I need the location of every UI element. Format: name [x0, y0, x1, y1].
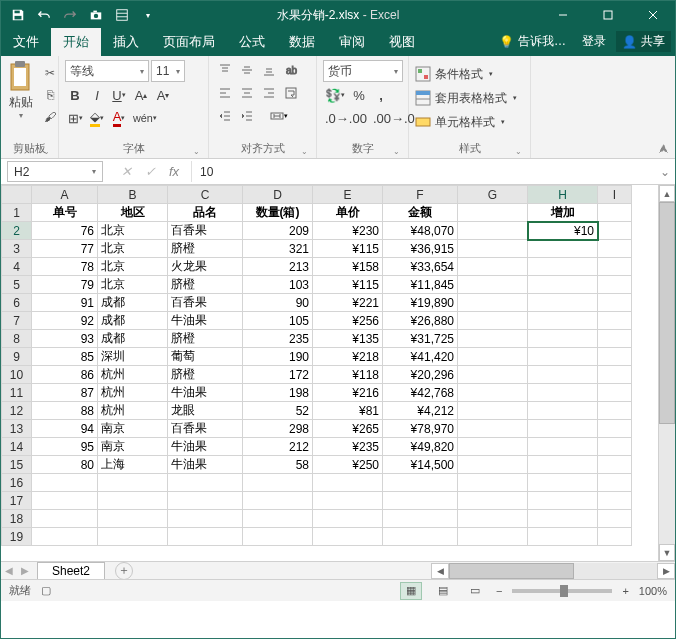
cell[interactable]: 88: [32, 402, 98, 420]
cell[interactable]: [458, 492, 528, 510]
cell[interactable]: 94: [32, 420, 98, 438]
page-break-view-icon[interactable]: ▭: [464, 582, 486, 600]
cell[interactable]: [458, 420, 528, 438]
cell[interactable]: 葡萄: [168, 348, 243, 366]
expand-formula-icon[interactable]: ⌄: [655, 165, 675, 179]
cell[interactable]: [168, 510, 243, 528]
conditional-format-button[interactable]: 条件格式▾: [415, 64, 493, 84]
normal-view-icon[interactable]: ▦: [400, 582, 422, 600]
row-header[interactable]: 13: [2, 420, 32, 438]
cell[interactable]: 北京: [98, 222, 168, 240]
bold-button[interactable]: B: [65, 85, 85, 105]
fx-icon[interactable]: fx: [163, 162, 185, 182]
cell[interactable]: [528, 294, 598, 312]
cell[interactable]: [168, 474, 243, 492]
cell[interactable]: 百香果: [168, 222, 243, 240]
cell[interactable]: 91: [32, 294, 98, 312]
cell[interactable]: 成都: [98, 330, 168, 348]
cell[interactable]: [243, 528, 313, 546]
cell[interactable]: [528, 492, 598, 510]
cell[interactable]: [98, 474, 168, 492]
ribbon-tab-5[interactable]: 数据: [277, 28, 327, 56]
save-icon[interactable]: [7, 4, 29, 26]
cell[interactable]: 86: [32, 366, 98, 384]
macro-record-icon[interactable]: ▢: [41, 584, 51, 597]
cell[interactable]: [598, 474, 632, 492]
col-header[interactable]: I: [598, 186, 632, 204]
cancel-formula-icon[interactable]: ✕: [115, 162, 137, 182]
cell[interactable]: 数量(箱): [243, 204, 313, 222]
cell[interactable]: 深圳: [98, 348, 168, 366]
enter-formula-icon[interactable]: ✓: [139, 162, 161, 182]
cell[interactable]: [98, 492, 168, 510]
cell[interactable]: ¥19,890: [383, 294, 458, 312]
cell[interactable]: 杭州: [98, 366, 168, 384]
grid[interactable]: ABCDEFGHI1单号地区品名数量(箱)单价金额增加276北京百香果209¥2…: [1, 185, 632, 546]
cell[interactable]: 杭州: [98, 384, 168, 402]
row-header[interactable]: 4: [2, 258, 32, 276]
percent-icon[interactable]: %: [349, 85, 369, 105]
cell[interactable]: 172: [243, 366, 313, 384]
row-header[interactable]: 11: [2, 384, 32, 402]
scroll-down-icon[interactable]: ▼: [659, 544, 675, 561]
cell[interactable]: 79: [32, 276, 98, 294]
cell[interactable]: 脐橙: [168, 330, 243, 348]
maximize-button[interactable]: [585, 1, 630, 29]
redo-icon[interactable]: [59, 4, 81, 26]
cell-styles-button[interactable]: 单元格样式▾: [415, 112, 505, 132]
zoom-out-icon[interactable]: −: [496, 585, 502, 597]
cell[interactable]: ¥135: [313, 330, 383, 348]
cell[interactable]: 牛油果: [168, 456, 243, 474]
underline-button[interactable]: U▾: [109, 85, 129, 105]
align-middle-icon[interactable]: [237, 60, 257, 80]
cell[interactable]: [383, 492, 458, 510]
cell[interactable]: [528, 510, 598, 528]
cell[interactable]: [98, 528, 168, 546]
cell[interactable]: 北京: [98, 276, 168, 294]
row-header[interactable]: 5: [2, 276, 32, 294]
cell[interactable]: ¥265: [313, 420, 383, 438]
cell[interactable]: 235: [243, 330, 313, 348]
cell[interactable]: 90: [243, 294, 313, 312]
cell[interactable]: [458, 438, 528, 456]
col-header[interactable]: C: [168, 186, 243, 204]
cell[interactable]: 321: [243, 240, 313, 258]
cell[interactable]: [598, 528, 632, 546]
cell[interactable]: 77: [32, 240, 98, 258]
add-sheet-button[interactable]: ＋: [115, 562, 133, 580]
cell[interactable]: ¥256: [313, 312, 383, 330]
horizontal-scrollbar[interactable]: ◀ ▶: [431, 561, 675, 579]
cell[interactable]: 金额: [383, 204, 458, 222]
paste-button[interactable]: 粘贴 ▾: [7, 60, 35, 120]
cell[interactable]: [598, 276, 632, 294]
col-header[interactable]: D: [243, 186, 313, 204]
cell[interactable]: [598, 294, 632, 312]
cell[interactable]: 87: [32, 384, 98, 402]
cell[interactable]: 198: [243, 384, 313, 402]
cell[interactable]: [313, 474, 383, 492]
zoom-level[interactable]: 100%: [639, 585, 667, 597]
cell[interactable]: 牛油果: [168, 438, 243, 456]
cell[interactable]: [528, 348, 598, 366]
align-left-icon[interactable]: [215, 83, 235, 103]
decrease-font-icon[interactable]: A▾: [153, 85, 173, 105]
cell[interactable]: 地区: [98, 204, 168, 222]
cell[interactable]: ¥78,970: [383, 420, 458, 438]
cell[interactable]: 78: [32, 258, 98, 276]
cell[interactable]: [458, 204, 528, 222]
font-size-box[interactable]: 11▾: [151, 60, 185, 82]
cell[interactable]: 105: [243, 312, 313, 330]
cell[interactable]: 209: [243, 222, 313, 240]
cell[interactable]: 52: [243, 402, 313, 420]
tab-nav-next-icon[interactable]: ▶: [17, 563, 33, 579]
cell[interactable]: 南京: [98, 438, 168, 456]
cell[interactable]: 百香果: [168, 294, 243, 312]
fill-color-icon[interactable]: ⬙▾: [87, 108, 107, 128]
cell[interactable]: [458, 528, 528, 546]
cell[interactable]: ¥4,212: [383, 402, 458, 420]
col-header[interactable]: B: [98, 186, 168, 204]
cell[interactable]: [598, 330, 632, 348]
row-header[interactable]: 7: [2, 312, 32, 330]
form-icon[interactable]: [111, 4, 133, 26]
cell[interactable]: ¥10: [528, 222, 598, 240]
